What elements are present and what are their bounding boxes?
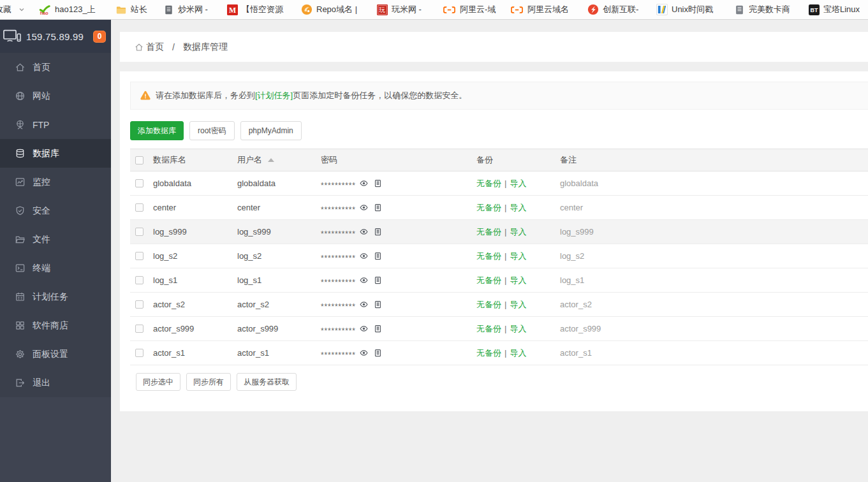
sidebar-item-cron[interactable]: 计划任务 — [0, 282, 111, 311]
copy-password-button[interactable] — [374, 325, 382, 333]
sidebar-item-logout[interactable]: 退出 — [0, 369, 111, 397]
bookmark-item[interactable]: 阿里云-域 — [443, 0, 496, 19]
sidebar-item-terminal[interactable]: 终端 — [0, 254, 111, 282]
footer-actions: 同步选中 同步所有 从服务器获取 — [136, 373, 868, 391]
bookmark-folder[interactable]: 站长 — [115, 0, 147, 19]
row-checkbox[interactable] — [135, 203, 143, 212]
add-database-button[interactable]: 添加数据库 — [130, 121, 184, 140]
backup-separator: | — [504, 348, 506, 358]
sidebar-item-security[interactable]: 安全 — [0, 196, 111, 225]
backup-none-link[interactable]: 无备份 — [476, 348, 501, 358]
monitor-chart-icon — [15, 177, 26, 187]
sync-all-button[interactable]: 同步所有 — [186, 373, 231, 391]
bookmark-item[interactable]: 炒米网 - — [163, 0, 208, 19]
import-link[interactable]: 导入 — [510, 203, 526, 212]
cron-page-link[interactable]: [计划任务] — [255, 91, 293, 100]
sidebar-item-database[interactable]: 数据库 — [0, 139, 111, 168]
column-header-remark: 备注 — [560, 149, 868, 172]
notice-text-after: 页面添加定时备份任务，以确保您的数据安全。 — [293, 91, 467, 100]
sidebar-item-appstore[interactable]: 软件商店 — [0, 311, 111, 340]
sidebar-item-ftp[interactable]: FTP — [0, 110, 111, 139]
fetch-from-server-button[interactable]: 从服务器获取 — [237, 373, 297, 391]
password-mask: ********** — [321, 326, 354, 335]
backup-none-link[interactable]: 无备份 — [476, 251, 501, 261]
import-link[interactable]: 导入 — [510, 300, 526, 309]
show-password-button[interactable] — [360, 179, 368, 187]
backup-none-link[interactable]: 无备份 — [476, 275, 501, 285]
backup-none-link[interactable]: 无备份 — [476, 300, 501, 309]
import-link[interactable]: 导入 — [510, 179, 526, 188]
bookmark-item[interactable]: Repo域名 | — [301, 0, 357, 19]
document-icon — [163, 4, 174, 15]
server-ip: 159.75.89.99 — [26, 31, 84, 42]
password-mask: ********** — [321, 254, 354, 263]
row-checkbox[interactable] — [135, 179, 143, 187]
bookmark-item[interactable]: Unix时间戳 — [656, 0, 713, 19]
show-password-button[interactable] — [360, 349, 368, 357]
show-password-button[interactable] — [360, 203, 368, 212]
phpmyadmin-button[interactable]: phpMyAdmin — [240, 121, 302, 140]
sync-selected-button[interactable]: 同步选中 — [136, 373, 180, 391]
sidebar-item-website[interactable]: 网站 — [0, 82, 111, 110]
row-checkbox[interactable] — [135, 252, 143, 260]
bookmark-item[interactable]: 宝塔Linux — [809, 0, 860, 19]
copy-password-button[interactable] — [374, 349, 382, 357]
import-link[interactable]: 导入 — [510, 251, 526, 261]
table-row: log_s999 log_s999 ********** 无备份|导入 log_… — [130, 220, 868, 244]
sidebar-item-home[interactable]: 首页 — [0, 53, 111, 82]
import-link[interactable]: 导入 — [510, 324, 526, 333]
column-header-user[interactable]: 用户名 — [237, 149, 321, 172]
row-checkbox[interactable] — [135, 325, 143, 333]
password-mask: ********** — [321, 205, 354, 214]
show-password-button[interactable] — [360, 300, 368, 309]
show-password-button[interactable] — [360, 325, 368, 333]
backup-none-link[interactable]: 无备份 — [476, 179, 501, 188]
db-remark-cell: log_s1 — [560, 268, 868, 293]
message-badge[interactable]: 0 — [93, 31, 106, 43]
sidebar-item-monitor[interactable]: 监控 — [0, 168, 111, 196]
show-password-button[interactable] — [360, 276, 368, 284]
bookmark-item[interactable]: 玩米网 - — [377, 0, 422, 19]
bookmark-item[interactable]: 阿里云域名 — [510, 0, 569, 19]
table-row: globaldata globaldata ********** 无备份|导入 … — [130, 172, 868, 196]
copy-password-button[interactable] — [374, 300, 382, 309]
root-password-button[interactable]: root密码 — [189, 121, 235, 140]
db-remark-cell: globaldata — [560, 172, 868, 196]
column-header-backup: 备份 — [476, 149, 560, 172]
backup-none-link[interactable]: 无备份 — [476, 203, 501, 212]
import-link[interactable]: 导入 — [510, 348, 526, 358]
copy-password-button[interactable] — [374, 276, 382, 284]
backup-none-link[interactable]: 无备份 — [476, 227, 501, 237]
copy-password-button[interactable] — [374, 203, 382, 212]
sidebar-item-label: 面板设置 — [33, 349, 68, 360]
row-checkbox[interactable] — [135, 228, 143, 236]
bookmark-item[interactable]: 完美数卡商 — [734, 0, 790, 19]
row-checkbox[interactable] — [135, 276, 143, 284]
backup-none-link[interactable]: 无备份 — [476, 324, 501, 333]
gear-icon — [15, 349, 26, 360]
sidebar-item-settings[interactable]: 面板设置 — [0, 340, 111, 369]
bookmark-item[interactable]: 创新互联- — [587, 0, 638, 19]
copy-password-button[interactable] — [374, 252, 382, 260]
breadcrumb-home-link[interactable]: 首页 — [135, 41, 164, 53]
bookmark-label: 站长 — [131, 4, 147, 15]
m-site-icon — [227, 4, 238, 15]
show-password-button[interactable] — [360, 228, 368, 236]
row-checkbox[interactable] — [135, 349, 143, 357]
copy-password-button[interactable] — [374, 179, 382, 187]
aliyun-icon — [443, 5, 456, 15]
db-name-cell: actor_s2 — [153, 293, 237, 317]
bookmark-item[interactable]: hao123_上 — [38, 0, 96, 19]
bookmark-item[interactable]: 【悟空资源 — [227, 0, 283, 19]
copy-password-button[interactable] — [374, 228, 382, 236]
import-link[interactable]: 导入 — [510, 227, 526, 237]
import-link[interactable]: 导入 — [510, 275, 526, 285]
show-password-button[interactable] — [360, 252, 368, 260]
backup-separator: | — [504, 203, 506, 212]
sidebar-item-label: FTP — [33, 120, 49, 130]
sidebar-item-files[interactable]: 文件 — [0, 225, 111, 254]
row-checkbox[interactable] — [135, 300, 143, 309]
select-all-checkbox[interactable] — [135, 156, 143, 164]
db-user-cell: actor_s1 — [237, 341, 321, 365]
bookmark-folder-favorites[interactable]: 收藏 — [0, 0, 25, 19]
